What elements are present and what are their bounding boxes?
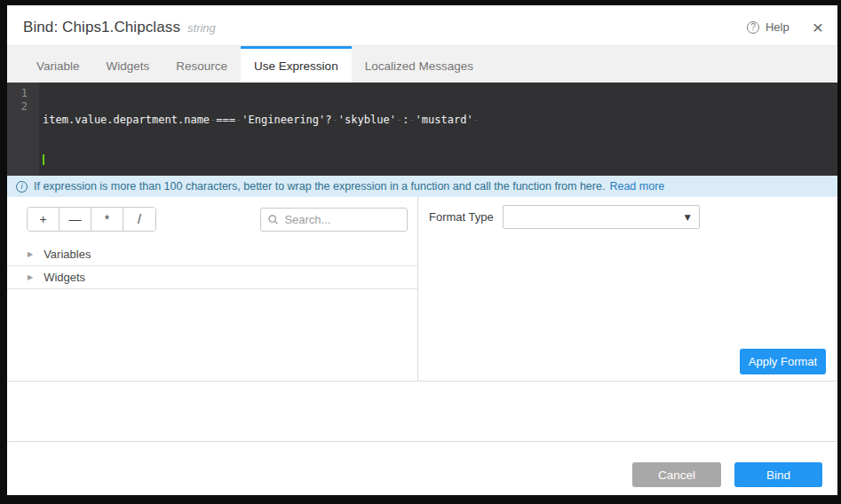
editor-cursor xyxy=(43,154,44,165)
dialog-footer: Cancel Bind xyxy=(7,441,837,495)
divide-operator-button[interactable]: / xyxy=(123,208,155,231)
line-number: 2 xyxy=(7,100,28,114)
tree-item-label: Widgets xyxy=(44,271,85,284)
dropdown-arrow-icon: ▼ xyxy=(685,213,691,222)
tab-bar: Variable Widgets Resource Use Expression… xyxy=(7,45,837,83)
tab-variable[interactable]: Variable xyxy=(23,46,93,83)
cancel-button[interactable]: Cancel xyxy=(632,462,721,487)
close-icon[interactable]: × xyxy=(813,18,823,36)
apply-format-button[interactable]: Apply Format xyxy=(740,349,826,374)
help-button[interactable]: ? Help xyxy=(747,20,789,34)
code-area[interactable]: item.value.department.name-===-'Engineer… xyxy=(39,83,837,176)
tab-resource[interactable]: Resource xyxy=(163,46,241,83)
tab-widgets[interactable]: Widgets xyxy=(93,46,163,83)
search-field[interactable] xyxy=(260,208,408,232)
read-more-link[interactable]: Read more xyxy=(609,180,664,193)
content-area: + — * / ▶ xyxy=(7,197,837,382)
tree-item-label: Variables xyxy=(44,248,91,261)
expression-sources-panel: + — * / ▶ xyxy=(7,197,418,381)
hint-text: If expression is more than 100 character… xyxy=(34,180,605,193)
tab-localized-messages[interactable]: Localized Messages xyxy=(352,46,487,83)
line-number: 1 xyxy=(7,87,28,100)
format-panel: Format Type ▼ Apply Format xyxy=(418,197,837,381)
minus-operator-button[interactable]: — xyxy=(60,208,91,231)
dialog-header: Bind: Chips1.Chipclass string ? Help × xyxy=(7,5,837,45)
format-type-row: Format Type ▼ xyxy=(418,197,837,229)
info-icon: i xyxy=(16,181,28,193)
help-icon: ? xyxy=(747,21,759,34)
bound-type-label: string xyxy=(187,21,216,35)
header-actions: ? Help × xyxy=(747,18,823,36)
search-input[interactable] xyxy=(284,213,400,226)
bind-dialog: Bind: Chips1.Chipclass string ? Help × V… xyxy=(7,5,837,495)
tree-item-widgets[interactable]: ▶ Widgets xyxy=(7,266,417,289)
dialog-title: Bind: Chips1.Chipclass xyxy=(23,19,180,36)
code-line-2[interactable] xyxy=(43,154,837,167)
tab-use-expression[interactable]: Use Expression xyxy=(241,46,352,83)
operator-toolbar: + — * / xyxy=(7,197,417,232)
expand-arrow-icon[interactable]: ▶ xyxy=(28,273,33,281)
expression-code-editor[interactable]: 1 2 item.value.department.name-===-'Engi… xyxy=(7,83,837,176)
expression-hint-bar: i If expression is more than 100 charact… xyxy=(7,176,837,197)
tree-item-variables[interactable]: ▶ Variables xyxy=(7,243,417,266)
expand-arrow-icon[interactable]: ▶ xyxy=(28,250,33,258)
operator-button-group: + — * / xyxy=(27,207,156,232)
multiply-operator-button[interactable]: * xyxy=(91,208,123,231)
format-type-dropdown[interactable]: ▼ xyxy=(503,205,700,229)
bind-button[interactable]: Bind xyxy=(734,462,822,487)
plus-operator-button[interactable]: + xyxy=(28,208,60,231)
format-type-label: Format Type xyxy=(429,210,494,224)
preview-area xyxy=(7,382,837,441)
code-line-1[interactable]: item.value.department.name-===-'Engineer… xyxy=(43,114,837,127)
line-number-gutter: 1 2 xyxy=(7,83,39,176)
bind-sources-tree: ▶ Variables ▶ Widgets xyxy=(7,243,417,289)
modal-backdrop: Bind: Chips1.Chipclass string ? Help × V… xyxy=(0,0,841,504)
help-label: Help xyxy=(766,20,789,34)
search-icon xyxy=(268,214,278,225)
